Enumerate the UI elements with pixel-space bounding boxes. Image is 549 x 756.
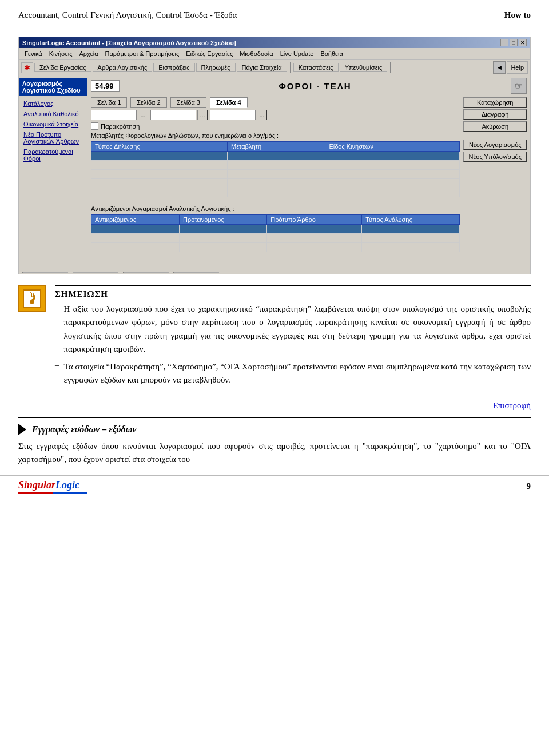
table2-label: Αντικριζόμενοι Λογαριασμοί Αναλυτικής Λο… xyxy=(91,205,460,212)
header-title: Accountant, Control Γενική Λογιστική, Co… xyxy=(18,10,237,20)
tab-selida1[interactable]: Σελίδα 1 xyxy=(91,97,127,108)
toolbar: ✱ Σελίδα Εργασίας Άρθρα Λογιστικής Εισπρ… xyxy=(19,60,530,75)
menu-misthodosia[interactable]: Μισθοδοσία xyxy=(236,49,276,58)
menu-kiniseis[interactable]: Κινήσεις xyxy=(46,49,76,58)
note-title: ΣΗΜΕΙΩΣΗ xyxy=(55,289,531,299)
field-browse-3[interactable]: ... xyxy=(257,110,267,120)
table-row[interactable] xyxy=(92,179,460,188)
note-text-1: Η αξία του λογαριασμού που έχει το χαρακ… xyxy=(64,303,531,356)
sidebar-item-katalogos[interactable]: Κατάλογος xyxy=(19,98,87,109)
sidebar-item-proto[interactable]: Νέο ΠρότυποΛογιστικών Άρθρων xyxy=(19,129,87,146)
btn-kataxorisi[interactable]: Καταχώρηση xyxy=(463,97,527,108)
main-panel: 54.99 ΦΟΡΟΙ - ΤΕΛΗ ☞ Σελίδα 1 Σελίδα 2 Σ… xyxy=(87,75,530,270)
footer-logo-combined: Singular Logic xyxy=(18,479,87,494)
header-howto: How to xyxy=(504,10,531,20)
table2-cell xyxy=(267,225,362,234)
note-text-2: Τα στοιχεία “Παρακράτηση”, “Χαρτόσημο”, … xyxy=(64,360,531,387)
toolbar-help-btn[interactable]: Help xyxy=(507,61,528,74)
table1-col-typos: Τύπος Δήλωσης xyxy=(92,142,228,152)
sidebar: ΛογαριασμόςΛογιστικού Σχεδίου Κατάλογος … xyxy=(19,75,87,270)
table-row[interactable] xyxy=(92,152,460,161)
btn-akirosi[interactable]: Ακύρωση xyxy=(463,121,527,132)
toolbar-selida-ergasias[interactable]: Σελίδα Εργασίας xyxy=(34,63,92,72)
menu-parametroi[interactable]: Παράμετροι & Προτιμήσεις xyxy=(102,49,183,58)
toolbar-katastaseis[interactable]: Καταστάσεις xyxy=(293,63,339,72)
footer-logo: Singular Logic xyxy=(18,479,87,494)
btn-diagrafi[interactable]: Διαγραφή xyxy=(463,109,527,120)
page-number: 9 xyxy=(527,482,531,491)
account-title: ΦΟΡΟΙ - ΤΕΛΗ xyxy=(124,80,506,92)
toolbar-eispraxeis[interactable]: Εισπράξεις xyxy=(153,63,194,72)
btn-neos-ypologos[interactable]: Νέος Υπόλογ/σμός xyxy=(463,152,527,162)
statusbar-item-2 xyxy=(73,272,118,273)
table1-col-metavliti: Μεταβλητή xyxy=(228,142,325,152)
btn-neos-logarismos[interactable]: Νέος Λογαριασμός xyxy=(463,140,527,150)
parakratisi-label: Παρακράτηση xyxy=(101,123,140,130)
tabs-row: Σελίδα 1 Σελίδα 2 Σελίδα 3 Σελίδα 4 xyxy=(91,97,460,108)
table2-cell xyxy=(362,225,460,234)
tab-selida2[interactable]: Σελίδα 2 xyxy=(130,97,166,108)
sidebar-header-text: ΛογαριασμόςΛογιστικού Σχεδίου xyxy=(22,80,81,94)
close-button[interactable]: ✕ xyxy=(519,39,527,46)
page-footer: Singular Logic 9 xyxy=(0,475,549,499)
note-bullet-1: – Η αξία του λογαριασμού που έχει το χαρ… xyxy=(55,303,531,356)
table1-col-eidos: Είδος Κινήσεων xyxy=(325,142,460,152)
back-link[interactable]: Επιστροφή xyxy=(0,401,531,411)
statusbar-item-4 xyxy=(173,272,219,273)
toolbar-back-btn[interactable]: ◀ xyxy=(493,61,506,74)
table-row[interactable] xyxy=(92,188,460,197)
minimize-button[interactable]: _ xyxy=(500,39,508,46)
field-input-1[interactable] xyxy=(91,110,137,120)
checkbox-row: Παρακράτηση xyxy=(91,122,460,130)
window-controls[interactable]: _ □ ✕ xyxy=(500,39,527,46)
section-heading-row: Εγγραφές εσόδων – εξόδων xyxy=(18,424,531,435)
footer-logo-underline xyxy=(18,492,87,494)
field-browse-2[interactable]: ... xyxy=(197,110,208,120)
finger-icon xyxy=(25,292,39,305)
table2-col-typos: Τύπος Ανάλυσης xyxy=(362,215,460,225)
body-section: Εγγραφές εσόδων – εξόδων Στις εγγραφές ε… xyxy=(18,417,531,467)
table1: Τύπος Δήλωσης Μεταβλητή Είδος Κινήσεων xyxy=(91,141,460,197)
table-row[interactable] xyxy=(92,161,460,170)
toolbar-ypenth[interactable]: Υπενθυμίσεις xyxy=(340,63,388,72)
table-row[interactable] xyxy=(92,243,460,252)
menu-voitheia[interactable]: Βοήθεια xyxy=(317,49,346,58)
toolbar-pagia[interactable]: Πάγια Στοιχεία xyxy=(237,63,287,72)
menu-eidikes[interactable]: Ειδικές Εργασίες xyxy=(182,49,236,58)
toolbar-arthra[interactable]: Άρθρα Λογιστικής xyxy=(93,63,153,72)
menu-general[interactable]: Γενικά xyxy=(21,49,46,58)
menu-arxeia[interactable]: Αρχεία xyxy=(75,49,101,58)
toolbar-pliromes[interactable]: Πληρωμές xyxy=(196,63,236,72)
sidebar-item-oikonomika[interactable]: Οικονομικά Στοιχεία xyxy=(19,119,87,129)
body-text: Στις εγγραφές εξόδων όπου κινούνται λογα… xyxy=(18,440,531,467)
sidebar-item-analytiko[interactable]: Αναλυτικό Καθολικό xyxy=(19,109,87,119)
tab-selida4[interactable]: Σελίδα 4 xyxy=(210,97,248,108)
note-bullet-2: – Τα στοιχεία “Παρακράτηση”, “Χαρτόσημο”… xyxy=(55,360,531,387)
status-bar xyxy=(19,270,530,274)
field-browse-1[interactable]: ... xyxy=(138,110,148,120)
statusbar-item-3 xyxy=(123,272,169,273)
table1-label: Μεταβλητές Φοροολογικών Δηλώσεων, που εν… xyxy=(91,132,460,139)
note-content: ΣΗΜΕΙΩΣΗ – Η αξία του λογαριασμού που έχ… xyxy=(55,285,531,392)
field-input-3[interactable] xyxy=(210,110,256,120)
table1-cell xyxy=(228,152,325,161)
table2: Αντικριζόμενος Προτεινόμενος Πρότυπο Άρθ… xyxy=(91,214,460,252)
screenshot-area: SingularLogic Accountant - [Στοιχεία Λογ… xyxy=(18,37,531,274)
table-row[interactable] xyxy=(92,234,460,243)
account-number: 54.99 xyxy=(91,80,120,92)
sidebar-header: ΛογαριασμόςΛογιστικού Σχεδίου xyxy=(19,78,87,96)
table-row[interactable] xyxy=(92,225,460,234)
table2-col-proto: Πρότυπο Άρθρο xyxy=(267,215,362,225)
bullet-dash-1: – xyxy=(55,303,59,356)
maximize-button[interactable]: □ xyxy=(510,39,518,46)
section-divider xyxy=(18,417,531,418)
tab-selida3[interactable]: Σελίδα 3 xyxy=(170,97,206,108)
table-row[interactable] xyxy=(92,170,460,179)
sidebar-item-parakr[interactable]: Παρακρατούμενοι Φόροι xyxy=(19,146,87,164)
table2-col-prote: Προτεινόμενος xyxy=(180,215,267,225)
account-header: 54.99 ΦΟΡΟΙ - ΤΕΛΗ ☞ xyxy=(91,78,527,94)
menu-liveupdate[interactable]: Live Update xyxy=(277,49,317,58)
field-input-2[interactable] xyxy=(150,110,196,120)
account-icon[interactable]: ☞ xyxy=(511,78,527,94)
parakratisi-checkbox[interactable] xyxy=(91,122,98,130)
